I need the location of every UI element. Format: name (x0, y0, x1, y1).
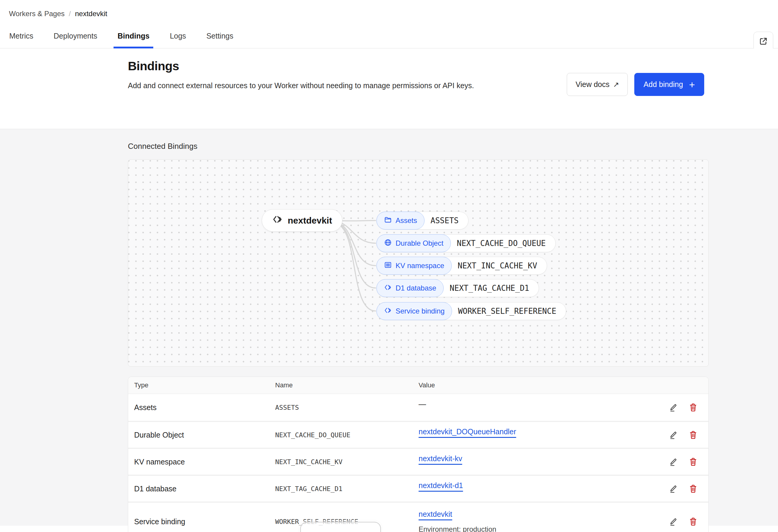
bindings-content: Connected Bindings nextdevkit Assets (0, 129, 778, 526)
table-row: Assets ASSETS — (128, 394, 708, 421)
binding-type-label: D1 database (396, 284, 436, 292)
page-description: Add and connect external resources to yo… (128, 78, 480, 93)
code-icon (384, 283, 392, 293)
row-value-text: — (418, 400, 426, 408)
row-actions (653, 517, 698, 526)
row-value: nextdevkit_DOQueueHandler (418, 428, 653, 443)
binding-name: NEXT_TAG_CACHE_D1 (450, 284, 529, 293)
diagram-binding-pill[interactable]: Durable Object NEXT_CACHE_DO_QUEUE (377, 234, 556, 252)
trash-icon (689, 463, 698, 467)
edit-binding-button[interactable] (669, 402, 678, 412)
binding-type-label: Assets (396, 216, 417, 225)
delete-binding-button[interactable] (689, 517, 698, 526)
column-value: Value (418, 381, 653, 389)
globe-icon (384, 238, 392, 248)
binding-type-badge: Service binding (377, 302, 452, 320)
row-actions (653, 402, 698, 412)
breadcrumb: Workers & Pages / nextdevkit (0, 0, 778, 18)
trash-icon (689, 490, 698, 495)
external-link-icon (759, 36, 768, 47)
tab-deployments[interactable]: Deployments (51, 27, 100, 48)
tab-bar: Metrics Deployments Bindings Logs Settin… (0, 27, 778, 49)
binding-name: WORKER_SELF_REFERENCE (458, 307, 556, 316)
page-title: Bindings (128, 49, 778, 73)
breadcrumb-separator: / (69, 10, 71, 18)
add-binding-button[interactable]: Add binding + (634, 73, 704, 96)
row-name: ASSETS (275, 404, 418, 411)
binding-name: ASSETS (431, 216, 459, 225)
row-type: Service binding (134, 517, 275, 526)
table-body: Assets ASSETS — Durable Object NEXT_CACH… (128, 394, 708, 532)
row-name: NEXT_TAG_CACHE_D1 (275, 485, 418, 492)
binding-name: NEXT_CACHE_DO_QUEUE (457, 239, 546, 248)
diagram-binding-pill[interactable]: Assets ASSETS (377, 212, 468, 230)
top-bar: Workers & Pages / nextdevkit Metrics Dep… (0, 0, 778, 49)
code-icon (384, 306, 392, 316)
delete-binding-button[interactable] (689, 402, 698, 412)
row-value-text[interactable]: nextdevkit-d1 (418, 481, 463, 489)
binding-type-label: KV namespace (396, 261, 444, 270)
table-row: D1 database NEXT_TAG_CACHE_D1 nextdevkit… (128, 475, 708, 502)
delete-binding-button[interactable] (689, 484, 698, 493)
row-value-text[interactable]: nextdevkit-kv (418, 454, 462, 463)
edit-binding-button[interactable] (669, 457, 678, 466)
row-value-text[interactable]: nextdevkit_DOQueueHandler (418, 428, 516, 436)
row-name: NEXT_INC_CACHE_KV (275, 458, 418, 466)
row-value: — (418, 400, 653, 415)
edit-binding-button[interactable] (669, 484, 678, 493)
table-row: Durable Object NEXT_CACHE_DO_QUEUE nextd… (128, 421, 708, 448)
row-actions (653, 457, 698, 466)
trash-icon (689, 523, 698, 527)
code-icon (272, 214, 283, 227)
add-binding-label: Add binding (643, 80, 683, 89)
row-actions (653, 430, 698, 440)
row-type: D1 database (134, 484, 275, 493)
row-value-text[interactable]: nextdevkit (418, 510, 452, 518)
tooltip-popup (300, 522, 381, 532)
column-name: Name (275, 381, 418, 389)
tab-settings[interactable]: Settings (204, 27, 236, 48)
row-type: Assets (134, 403, 275, 412)
table-row: KV namespace NEXT_INC_CACHE_KV nextdevki… (128, 448, 708, 475)
diagram-binding-pill[interactable]: KV namespace NEXT_INC_CACHE_KV (377, 257, 547, 275)
binding-type-badge: Assets (377, 212, 424, 230)
diagram-binding-pill[interactable]: Service binding WORKER_SELF_REFERENCE (377, 302, 566, 320)
list-icon (384, 261, 392, 271)
breadcrumb-current: nextdevkit (75, 10, 107, 18)
trash-icon (689, 436, 698, 441)
worker-node[interactable]: nextdevkit (262, 209, 342, 232)
row-name: NEXT_CACHE_DO_QUEUE (275, 431, 418, 439)
column-type: Type (134, 381, 275, 389)
row-value-sub: Environment: production (418, 525, 653, 532)
row-type: KV namespace (134, 458, 275, 466)
view-docs-label: View docs (575, 80, 610, 89)
edit-binding-button[interactable] (669, 430, 678, 440)
row-actions (653, 484, 698, 493)
delete-binding-button[interactable] (689, 430, 698, 440)
bindings-table: Type Name Value Assets ASSETS — (128, 377, 709, 532)
bindings-diagram: nextdevkit Assets ASSETS Durable Object … (128, 159, 709, 367)
pencil-icon (669, 523, 678, 527)
binding-type-label: Service binding (396, 307, 445, 315)
binding-type-badge: Durable Object (377, 234, 451, 252)
bindings-header: Bindings Add and connect external resour… (0, 49, 778, 129)
breadcrumb-workers-pages[interactable]: Workers & Pages (9, 10, 65, 18)
row-value: nextdevkit-kv (418, 454, 653, 469)
binding-type-label: Durable Object (396, 239, 443, 247)
row-value: nextdevkit-d1 (418, 481, 653, 497)
pencil-icon (669, 463, 678, 467)
pencil-icon (669, 490, 678, 495)
edit-binding-button[interactable] (669, 517, 678, 526)
binding-type-badge: D1 database (377, 279, 444, 297)
pencil-icon (669, 408, 678, 413)
diagram-binding-pill[interactable]: D1 database NEXT_TAG_CACHE_D1 (377, 279, 539, 297)
pencil-icon (669, 436, 678, 441)
binding-type-badge: KV namespace (377, 257, 452, 275)
folder-icon (384, 216, 392, 226)
view-docs-button[interactable]: View docs ↗ (567, 73, 628, 96)
tab-bindings[interactable]: Bindings (115, 27, 152, 48)
tab-metrics[interactable]: Metrics (7, 27, 36, 48)
tab-logs[interactable]: Logs (167, 27, 188, 48)
delete-binding-button[interactable] (689, 457, 698, 466)
trash-icon (689, 408, 698, 413)
